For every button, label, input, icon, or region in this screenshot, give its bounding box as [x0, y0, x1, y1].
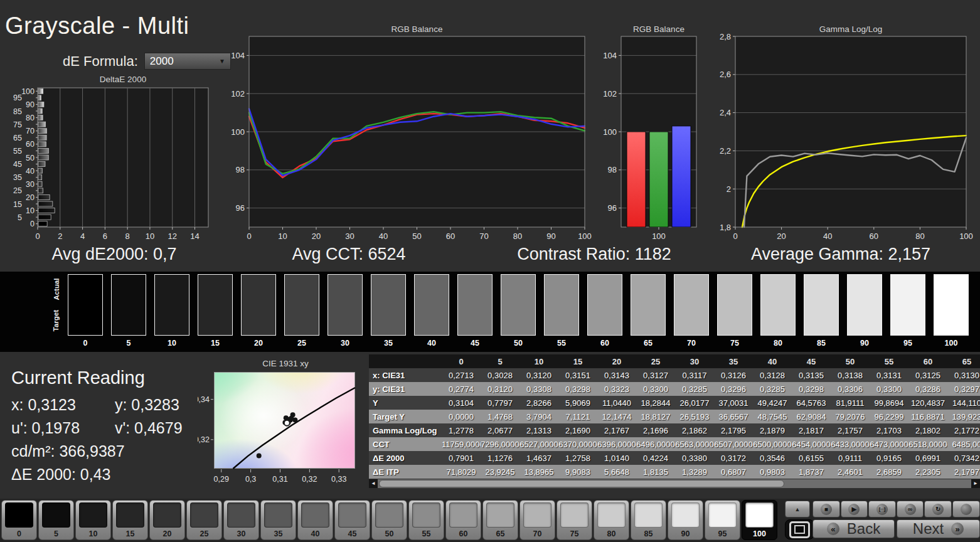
- patch-button-100[interactable]: 100: [742, 500, 777, 540]
- actual-half: [501, 275, 535, 305]
- de-formula-row: dE Formula: 2000 ▼: [63, 53, 231, 70]
- patch-label: 90: [681, 529, 690, 538]
- svg-text:5: 5: [18, 213, 22, 222]
- patch-swatch: [486, 502, 514, 528]
- table-cell: 2,1757: [831, 423, 870, 437]
- patch-swatch: [708, 502, 737, 528]
- patch-button-90[interactable]: 90: [668, 500, 703, 540]
- patch-button-50[interactable]: 50: [371, 500, 407, 540]
- gray-swatch-70: 70: [674, 274, 709, 348]
- swatch-level-label: 55: [544, 339, 579, 348]
- table-row: ΔE 20000,79011,12761,46371,27581,01400,4…: [369, 451, 980, 465]
- svg-text:12: 12: [168, 231, 177, 241]
- current-de2000: ΔE 2000: 0,43: [11, 465, 183, 484]
- table-header-row: 05101520253035404550556065: [369, 354, 980, 368]
- gray-swatch-60: 60: [587, 274, 622, 348]
- de-formula-label: dE Formula:: [63, 53, 138, 70]
- patch-button-75[interactable]: 75: [557, 500, 592, 540]
- patch-label: 95: [718, 529, 727, 538]
- table-cell: 0,3546: [753, 451, 792, 465]
- svg-text:90: 90: [26, 100, 35, 109]
- actual-half: [804, 275, 838, 305]
- continuous-measure-button[interactable]: ∞: [897, 501, 924, 518]
- svg-text:6: 6: [103, 231, 107, 241]
- patch-button-70[interactable]: 70: [519, 500, 555, 540]
- svg-text:100: 100: [603, 127, 617, 137]
- svg-text:2: 2: [58, 231, 62, 241]
- table-cell: 0,3120: [481, 382, 519, 396]
- patch-button-25[interactable]: 25: [186, 500, 222, 540]
- patch-swatch: [634, 502, 663, 528]
- table-cell: 0,2713: [442, 368, 481, 382]
- patch-button-30[interactable]: 30: [223, 500, 259, 540]
- patch-swatch: [745, 502, 774, 528]
- swatch-level-label: 95: [890, 339, 925, 348]
- target-half: [545, 305, 578, 335]
- patch-button-95[interactable]: 95: [705, 500, 740, 540]
- table-cell: 99,8694: [870, 396, 908, 410]
- table-cell: 1,1276: [481, 451, 519, 465]
- next-button[interactable]: Next »: [897, 519, 980, 538]
- svg-text:2: 2: [727, 184, 731, 194]
- patch-button-5[interactable]: 5: [38, 500, 74, 540]
- patch-window-toggle[interactable]: [785, 519, 814, 539]
- gray-swatch-30: 30: [328, 274, 363, 348]
- svg-text:4: 4: [80, 231, 85, 241]
- play-button[interactable]: ▶: [841, 501, 868, 518]
- series-measure-button[interactable]: [··]: [868, 501, 896, 518]
- scroll-left-icon[interactable]: ◄: [369, 479, 378, 488]
- svg-text:50: 50: [26, 154, 35, 162]
- gray-swatch-5: 5: [111, 274, 146, 348]
- patch-button-0[interactable]: 0: [1, 500, 37, 540]
- table-cell: 6496,0000: [636, 437, 675, 451]
- infinity-icon: ∞: [905, 504, 916, 515]
- table-cell: 0,6807: [714, 465, 753, 479]
- patch-button-65[interactable]: 65: [482, 500, 518, 540]
- patch-button-20[interactable]: 20: [149, 500, 185, 540]
- stop-icon: ■: [821, 504, 832, 515]
- target-half: [242, 305, 275, 335]
- patch-button-15[interactable]: 15: [112, 500, 148, 540]
- table-cell: 13,8965: [519, 465, 558, 479]
- table-scrollbar[interactable]: ◄ ►: [369, 479, 980, 488]
- table-cell: 2,1802: [908, 423, 947, 437]
- actual-half: [155, 275, 189, 305]
- patch-button-80[interactable]: 80: [594, 500, 629, 540]
- swatch-level-label: 80: [760, 339, 796, 348]
- table-col-header: 35: [714, 354, 753, 368]
- de-formula-select[interactable]: 2000 ▼: [144, 53, 231, 70]
- svg-text:0: 0: [35, 231, 40, 241]
- swatch-level-label: 60: [587, 339, 622, 348]
- patch-button-45[interactable]: 45: [334, 500, 370, 540]
- table-cell: 0,3323: [597, 382, 636, 396]
- table-cell: 0,3172: [714, 451, 753, 465]
- svg-text:100: 100: [578, 231, 592, 241]
- table-cell: 0,3138: [831, 368, 870, 382]
- svg-text:98: 98: [608, 165, 617, 174]
- refresh-button[interactable]: ↻: [924, 501, 952, 518]
- target-half: [761, 305, 795, 335]
- patch-button-55[interactable]: 55: [408, 500, 444, 540]
- table-cell: 1,8737: [792, 465, 831, 479]
- scrollbar-thumb[interactable]: [379, 480, 784, 487]
- patch-label: 30: [237, 529, 246, 538]
- stop-button[interactable]: ■: [812, 501, 840, 518]
- svg-text:70: 70: [479, 231, 488, 241]
- patch-button-85[interactable]: 85: [631, 500, 666, 540]
- indicator-button[interactable]: [952, 501, 980, 518]
- deltae-bar-chart: DeltaE 200002468101214051015202530354045…: [0, 74, 220, 242]
- scroll-right-icon[interactable]: ►: [971, 479, 980, 488]
- swatch-level-label: 5: [111, 339, 146, 348]
- target-half: [674, 305, 708, 335]
- actual-half: [242, 275, 275, 305]
- back-button[interactable]: « Back: [812, 519, 895, 538]
- expand-up-button[interactable]: ▲: [785, 501, 810, 518]
- patch-button-10[interactable]: 10: [75, 500, 111, 540]
- actual-axis-label: Actual: [53, 278, 60, 300]
- patch-button-40[interactable]: 40: [297, 500, 333, 540]
- stat-contrast-ratio: Contrast Ratio: 1182: [517, 245, 671, 264]
- patch-label: 85: [644, 529, 653, 538]
- patch-button-60[interactable]: 60: [445, 500, 481, 540]
- table-cell: 64,5763: [792, 396, 831, 410]
- patch-button-35[interactable]: 35: [260, 500, 296, 540]
